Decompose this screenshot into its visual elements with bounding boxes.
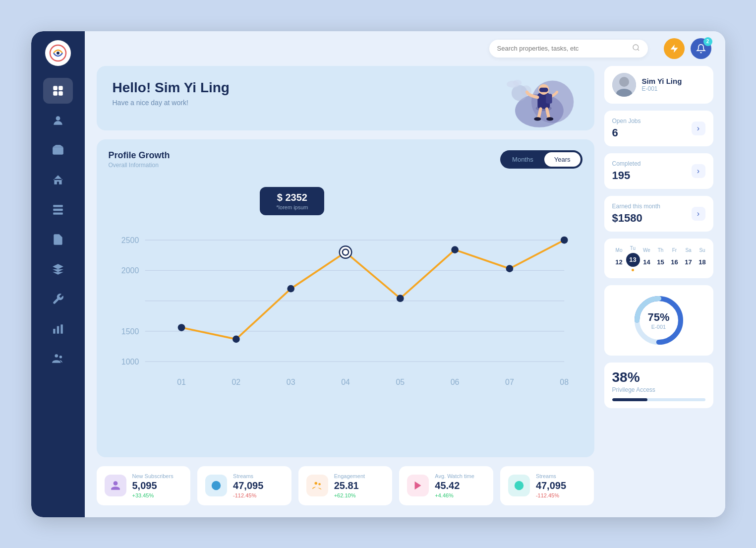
right-panel: Sim Yi Ling E-001 Open Jobs 6 › Complete… <box>604 66 713 505</box>
profile-name: Sim Yi Ling <box>642 77 682 85</box>
svg-point-17 <box>55 354 58 358</box>
svg-text:2500: 2500 <box>121 236 139 244</box>
calendar-row: Mo 12 Tu 13 We 14 Th <box>612 245 705 271</box>
stat-change-watchtime: +4.46% <box>435 492 474 498</box>
svg-text:06: 06 <box>450 377 459 386</box>
left-panel: Hello! Sim Yi Ling Have a nice day at wo… <box>97 66 594 505</box>
circle-percent: 75% <box>647 311 669 324</box>
circle-container: 75% E-001 <box>632 293 686 348</box>
sidebar-item-team[interactable] <box>43 346 73 371</box>
flash-button[interactable] <box>664 38 685 59</box>
stat-change-streams2: -112.45% <box>536 492 566 498</box>
cal-label-sa: Sa <box>685 247 691 253</box>
stat-label-engagement: Engagement <box>334 473 365 479</box>
svg-point-19 <box>633 45 639 50</box>
svg-text:1500: 1500 <box>121 327 139 336</box>
circle-center: 75% E-001 <box>647 311 669 330</box>
svg-rect-10 <box>53 208 63 210</box>
stat-label-streams1: Streams <box>233 473 263 479</box>
sidebar-item-inventory[interactable] <box>43 256 73 282</box>
sidebar-item-properties[interactable] <box>43 167 73 193</box>
streams1-icon <box>205 475 227 496</box>
svg-point-8 <box>57 149 59 152</box>
svg-text:04: 04 <box>341 377 350 386</box>
svg-point-28 <box>534 117 541 121</box>
sidebar-item-users[interactable] <box>43 108 73 133</box>
completed-value: 195 <box>612 169 641 182</box>
completed-arrow[interactable]: › <box>692 164 705 178</box>
svg-point-29 <box>546 117 553 121</box>
content-area: Hello! Sim Yi Ling Have a nice day at wo… <box>85 66 725 517</box>
svg-point-51 <box>233 335 240 343</box>
cal-num-17: 17 <box>682 255 696 269</box>
search-bar[interactable] <box>489 40 648 58</box>
chart-tooltip: $ 2352 *lorem ipsum <box>260 187 324 215</box>
cal-day-sa: Sa 17 <box>682 247 696 269</box>
avatar <box>612 73 636 97</box>
growth-card: Profile Growth Overall Information Month… <box>97 139 594 457</box>
welcome-card: Hello! Sim Yi Ling Have a nice day at wo… <box>97 66 594 130</box>
stat-value-subscribers: 5,095 <box>132 480 174 491</box>
stat-info-subscribers: New Subscribers 5,095 +33.45% <box>132 473 174 498</box>
svg-rect-14 <box>53 329 55 334</box>
svg-text:03: 03 <box>286 377 295 386</box>
stat-card-streams1: Streams 47,095 -112.45% <box>197 466 291 505</box>
cal-num-18: 18 <box>696 255 709 269</box>
progress-circle-card: 75% E-001 <box>604 285 713 356</box>
search-input[interactable] <box>497 45 628 52</box>
privilege-percent: 38% <box>612 369 705 385</box>
svg-text:05: 05 <box>396 377 405 386</box>
sidebar-item-tools[interactable] <box>43 286 73 312</box>
toggle-years-button[interactable]: Years <box>544 152 581 167</box>
chart-svg: 2500 2000 1500 1000 01 02 03 04 05 06 <box>109 174 582 446</box>
stat-info-watchtime: Avg. Watch time 45.42 +4.46% <box>435 473 474 498</box>
open-jobs-value: 6 <box>612 126 641 139</box>
profile-id: E-001 <box>642 85 682 92</box>
tooltip-sub: *lorem ipsum <box>269 204 315 210</box>
sidebar-item-dashboard[interactable] <box>43 78 73 104</box>
header-actions: 2 <box>664 38 711 59</box>
stat-card-watchtime: Avg. Watch time 45.42 +4.46% <box>399 466 493 505</box>
privilege-section: 38% Privilege Access <box>604 363 713 408</box>
watch-icon <box>407 475 429 496</box>
notification-badge: 2 <box>703 37 712 46</box>
privilege-progress-bar <box>612 398 705 401</box>
period-toggle: Months Years <box>500 150 582 169</box>
svg-rect-4 <box>53 91 58 96</box>
profile-info: Sim Yi Ling E-001 <box>642 77 682 92</box>
cal-day-th: Th 15 <box>654 247 668 269</box>
earned-arrow[interactable]: › <box>692 207 705 221</box>
main-content: 2 Hello! Sim Yi Ling Have a nice day at … <box>85 31 725 517</box>
notification-button[interactable]: 2 <box>691 38 711 59</box>
svg-point-52 <box>287 285 294 292</box>
sidebar-item-table[interactable] <box>43 197 73 223</box>
circle-label: E-001 <box>647 324 669 330</box>
svg-rect-9 <box>53 205 63 207</box>
app-container: 2 Hello! Sim Yi Ling Have a nice day at … <box>31 31 725 517</box>
stat-value-engagement: 25.81 <box>334 480 365 491</box>
growth-header: Profile Growth Overall Information Month… <box>109 150 582 169</box>
sidebar-item-finance[interactable] <box>43 137 73 163</box>
open-jobs-label: Open Jobs <box>612 118 641 124</box>
svg-point-32 <box>513 79 522 85</box>
svg-point-58 <box>560 236 568 244</box>
stat-change-subscribers: +33.45% <box>132 492 174 498</box>
toggle-months-button[interactable]: Months <box>502 152 543 167</box>
svg-marker-62 <box>415 482 421 490</box>
sidebar-item-documents[interactable] <box>43 227 73 252</box>
open-jobs-arrow[interactable]: › <box>692 122 705 135</box>
app-logo <box>45 40 71 66</box>
cal-day-su: Su 18 <box>696 247 709 269</box>
stat-label-watchtime: Avg. Watch time <box>435 473 474 479</box>
cal-num-13[interactable]: 13 <box>626 253 640 267</box>
svg-point-1 <box>57 52 59 55</box>
tooltip-value: $ 2352 <box>269 192 315 203</box>
profile-header: Sim Yi Ling E-001 <box>604 66 713 104</box>
open-jobs-info: Open Jobs 6 <box>612 118 641 139</box>
welcome-illustration <box>495 71 575 130</box>
sidebar-item-analytics[interactable] <box>43 316 73 342</box>
completed-label: Completed <box>612 160 641 167</box>
stat-label-streams2: Streams <box>536 473 566 479</box>
completed-info: Completed 195 <box>612 160 641 182</box>
cal-day-mo: Mo 12 <box>612 247 626 269</box>
